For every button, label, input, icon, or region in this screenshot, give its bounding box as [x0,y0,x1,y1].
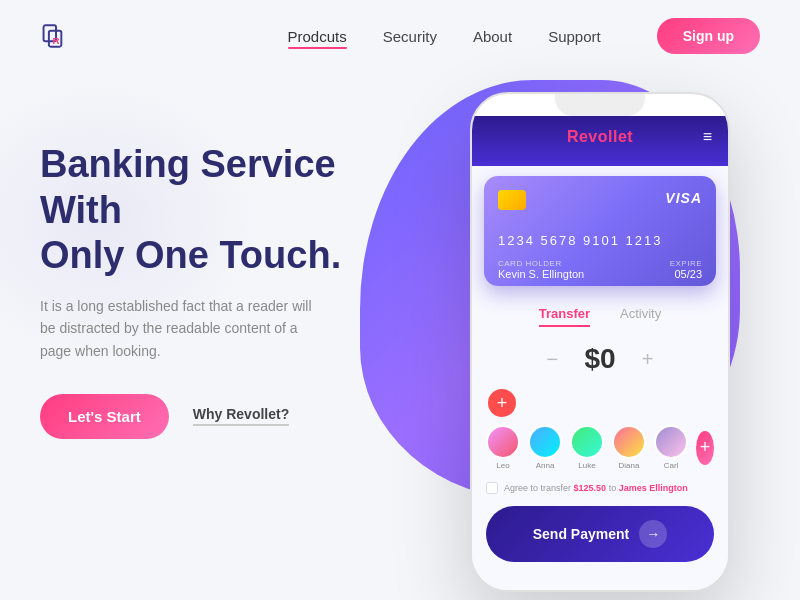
why-revollet-link[interactable]: Why Revollet? [193,406,289,426]
send-payment-button[interactable]: Send Payment → [486,506,714,562]
transfer-tabs: Transfer Activity [472,296,728,333]
agree-row: Agree to transfer $125.50 to James Ellin… [472,474,728,498]
avatars-row: Leo Anna Luke Diana [472,421,728,474]
nav-support[interactable]: Support [548,28,601,45]
agree-text: Agree to transfer $125.50 to James Ellin… [504,483,688,493]
logo[interactable]: R [40,20,72,52]
avatar-name-3: Luke [578,461,595,470]
avatar-name-4: Diana [619,461,640,470]
agree-checkbox[interactable] [486,482,498,494]
amount-display: $0 [584,343,615,375]
avatar-item-2[interactable]: Anna [528,425,562,470]
amount-row: − $0 + [472,333,728,385]
signup-button[interactable]: Sign up [657,18,760,54]
add-button[interactable]: + [488,389,516,417]
hero-title: Banking Service With Only One Touch. [40,142,380,279]
card-brand: VISA [665,190,702,206]
send-arrow-icon: → [639,520,667,548]
avatar-1 [486,425,520,459]
avatar-name-1: Leo [496,461,509,470]
nav-about[interactable]: About [473,28,512,45]
menu-icon[interactable]: ≡ [703,128,712,146]
phone-inner: Revollet ≡ VISA 1234 5678 9101 1213 CARD… [472,116,728,590]
phone-mockup-container: Revollet ≡ VISA 1234 5678 9101 1213 CARD… [440,92,760,592]
card-chip [498,190,526,210]
amount-decrease-button[interactable]: − [540,347,564,371]
avatar-item-5[interactable]: Carl [654,425,688,470]
avatar-item-3[interactable]: Luke [570,425,604,470]
avatar-3 [570,425,604,459]
card-holder-label: CARD HOLDER [498,259,562,268]
card-number: 1234 5678 9101 1213 [498,233,663,248]
phone-frame: Revollet ≡ VISA 1234 5678 9101 1213 CARD… [470,92,730,592]
tab-activity[interactable]: Activity [620,306,661,327]
credit-card: VISA 1234 5678 9101 1213 CARD HOLDER Kev… [484,176,716,286]
nav-security[interactable]: Security [383,28,437,45]
navbar: R Prodcuts Security About Support Sign u… [0,0,800,72]
hero-section: Banking Service With Only One Touch. It … [0,72,800,572]
lets-start-button[interactable]: Let's Start [40,394,169,439]
hero-content: Banking Service With Only One Touch. It … [40,112,380,439]
hero-actions: Let's Start Why Revollet? [40,394,380,439]
avatar-5 [654,425,688,459]
send-payment-label: Send Payment [533,526,629,542]
card-expire-label: EXPIRE [670,259,702,268]
app-title: Revollet [488,128,712,146]
avatar-name-5: Carl [664,461,679,470]
nav-products[interactable]: Prodcuts [288,28,347,45]
phone-notch [555,94,645,116]
nav-links: Prodcuts Security About Support Sign up [288,18,760,54]
phone-header: Revollet ≡ [472,116,728,166]
amount-increase-button[interactable]: + [636,347,660,371]
hero-description: It is a long established fact that a rea… [40,295,320,362]
avatar-4 [612,425,646,459]
avatar-2 [528,425,562,459]
tab-transfer[interactable]: Transfer [539,306,590,327]
avatar-item-1[interactable]: Leo [486,425,520,470]
avatar-item-4[interactable]: Diana [612,425,646,470]
card-holder-name: Kevin S. Ellington [498,268,584,280]
card-expire-date: 05/23 [674,268,702,280]
svg-text:R: R [52,35,59,46]
add-avatar-button[interactable]: + [696,431,714,465]
avatar-name-2: Anna [536,461,555,470]
